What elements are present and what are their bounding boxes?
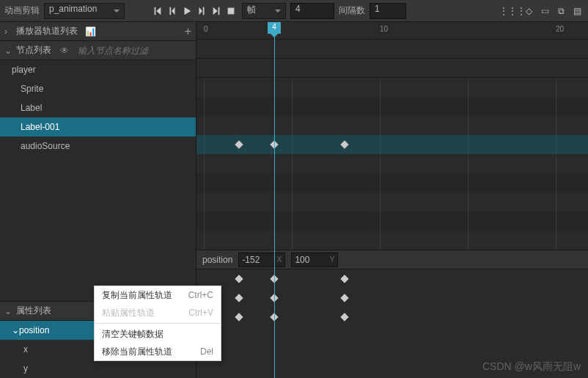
ruler-tick: 10	[380, 25, 388, 33]
track-row[interactable]	[196, 78, 588, 97]
playhead-marker[interactable]: 4	[268, 22, 281, 34]
player-tracks-lane	[196, 40, 588, 59]
tree-item[interactable]: audioSource	[0, 137, 196, 156]
ruler-tick: 20	[556, 25, 564, 33]
prop-track-row[interactable]	[196, 269, 588, 288]
timeline-panel: 0410204 position -152X 100Y	[196, 22, 588, 378]
clip-select-value: p_animation	[49, 4, 97, 14]
node-tree: playerSpriteLabelLabel-001audioSource	[0, 60, 196, 156]
tree-item[interactable]: Label-001	[0, 117, 196, 137]
top-toolbar: 动画剪辑 p_animation 帧 4 间隔数 1 ⋮⋮⋮ ◇ ▭ ⧉ ▤	[0, 0, 588, 22]
player-tracks-header[interactable]: › 播放器轨道列表 📊 +	[0, 22, 196, 41]
tree-item[interactable]: Label	[0, 98, 196, 117]
watermark: CSDN @w风雨无阻w	[482, 360, 581, 374]
add-track-button[interactable]: +	[185, 25, 191, 38]
keyframe[interactable]	[340, 275, 348, 283]
toolbar-icons: ⋮⋮⋮ ◇ ▭ ⧉ ▤	[506, 4, 584, 18]
tree-item-label: Label	[21, 103, 42, 113]
track-row[interactable]	[196, 135, 588, 154]
layout3-icon[interactable]: ▤	[570, 4, 584, 18]
layout2-icon[interactable]: ⧉	[554, 4, 567, 18]
prop-list-label: 属性列表	[16, 305, 51, 317]
grid-icon[interactable]: ⋮⋮⋮	[506, 4, 519, 18]
tree-item[interactable]: player	[0, 60, 196, 79]
eye-icon[interactable]: 👁	[60, 46, 69, 56]
interval-label: 间隔数	[339, 4, 365, 17]
track-row[interactable]	[196, 154, 588, 173]
node-filter-input[interactable]	[78, 46, 166, 56]
interval-input[interactable]: 1	[370, 3, 406, 19]
node-list-header-lane	[196, 59, 588, 78]
player-tracks-label: 播放器轨道列表	[16, 25, 78, 37]
prop-item-label: position	[19, 325, 49, 335]
track-row[interactable]	[196, 116, 588, 135]
track-row[interactable]	[196, 97, 588, 116]
chevron-down-icon[interactable]: ⌄	[4, 306, 12, 316]
skip-start-icon[interactable]	[151, 4, 164, 18]
tracks-icon: 📊	[85, 26, 96, 37]
prop-item-label: y	[23, 363, 28, 374]
tree-item-label: Sprite	[21, 84, 43, 94]
frame-number-input[interactable]: 4	[290, 3, 334, 19]
skip-end-icon[interactable]	[210, 4, 223, 18]
property-tracks[interactable]	[196, 269, 588, 327]
context-menu-item[interactable]: 清空关键帧数据	[95, 325, 221, 343]
keyframe[interactable]	[235, 294, 243, 302]
prop-item[interactable]: y	[0, 359, 196, 378]
svg-rect-0	[228, 7, 235, 14]
chevron-right-icon[interactable]: ›	[4, 26, 12, 37]
frame-mode-value: 帧	[247, 4, 256, 15]
keyframe[interactable]	[235, 313, 243, 321]
keyframe[interactable]	[340, 294, 348, 302]
context-menu-item[interactable]: 复制当前属性轨道Ctrl+C	[95, 286, 221, 304]
keyframe[interactable]	[235, 275, 243, 283]
node-list-label: 节点列表	[16, 44, 51, 57]
tree-item-label: Label-001	[21, 122, 59, 132]
node-list-header[interactable]: ⌄ 节点列表 👁	[0, 41, 196, 60]
prop-track-row[interactable]	[196, 308, 588, 327]
context-menu-item[interactable]: 移除当前属性轨道Del	[95, 343, 221, 360]
frame-mode-select[interactable]: 帧	[242, 3, 286, 19]
context-menu: 复制当前属性轨道Ctrl+C粘贴属性轨道Ctrl+V清空关键帧数据移除当前属性轨…	[94, 286, 221, 361]
time-ruler[interactable]: 0410204	[196, 22, 588, 40]
playhead[interactable]	[274, 22, 275, 378]
track-body[interactable]	[196, 78, 588, 250]
context-menu-item: 粘贴属性轨道Ctrl+V	[95, 304, 221, 321]
keyframe[interactable]	[340, 140, 348, 148]
play-icon[interactable]	[180, 4, 194, 18]
clip-label: 动画剪辑	[4, 4, 40, 17]
ruler-tick: 0	[204, 25, 208, 33]
prev-frame-icon[interactable]	[166, 4, 179, 18]
prop-track-row[interactable]	[196, 288, 588, 308]
chevron-down-icon[interactable]: ⌄	[4, 46, 12, 56]
transport-controls	[151, 4, 238, 18]
keyframe[interactable]	[235, 140, 243, 148]
next-frame-icon[interactable]	[195, 4, 208, 18]
tree-item[interactable]: Sprite	[0, 79, 196, 98]
x-input[interactable]: -152X	[238, 252, 285, 267]
stop-icon[interactable]	[224, 4, 238, 18]
y-input[interactable]: 100Y	[291, 252, 338, 267]
property-value-bar: position -152X 100Y	[196, 250, 588, 269]
layout1-icon[interactable]: ▭	[538, 4, 551, 18]
tree-item-label: audioSource	[21, 141, 70, 151]
keyframe-icon[interactable]: ◇	[522, 4, 535, 18]
prop-name-label: position	[202, 255, 232, 265]
keyframe[interactable]	[340, 313, 348, 321]
tree-item-label: player	[12, 65, 36, 75]
clip-select[interactable]: p_animation	[44, 3, 125, 19]
prop-item-label: x	[23, 344, 28, 355]
